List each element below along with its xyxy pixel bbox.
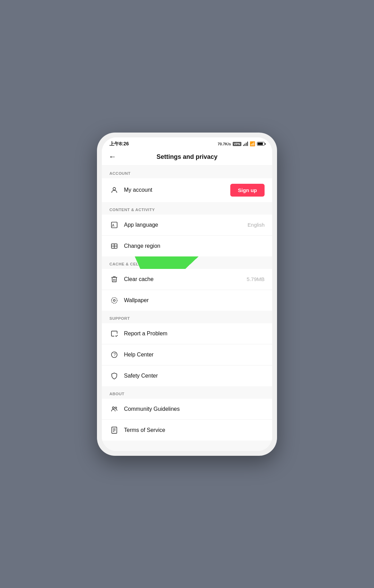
safety-icon (109, 371, 119, 381)
community-icon (109, 404, 119, 414)
svg-point-8 (112, 297, 117, 303)
menu-item-my-account[interactable]: My account Sign up (102, 178, 272, 202)
menu-item-safety-center[interactable]: Safety Center (102, 365, 272, 386)
report-icon (109, 329, 119, 338)
menu-item-change-region[interactable]: Change region (102, 236, 272, 256)
wallpaper-label: Wallpaper (124, 297, 265, 304)
app-language-label: App language (124, 222, 248, 228)
section-about: ABOUT Community Guidel (102, 386, 272, 441)
status-right: 70.7K/s VPN 📶 (217, 141, 265, 146)
phone-frame: 上午8:26 70.7K/s VPN 📶 ← Settings and priv… (97, 133, 277, 456)
menu-item-clear-cache[interactable]: Clear cache 5.79MB (102, 269, 272, 290)
section-account: ACCOUNT My account Sign up (102, 166, 272, 202)
report-problem-label: Report a Problem (124, 331, 265, 337)
content-items: A App language English (102, 215, 272, 256)
clear-cache-value: 5.79MB (247, 276, 265, 282)
region-icon (109, 241, 119, 251)
status-bar: 上午8:26 70.7K/s VPN 📶 (102, 137, 272, 149)
menu-item-help-center[interactable]: ? Help Center (102, 344, 272, 365)
menu-item-community-guidelines[interactable]: Community Guidelines (102, 399, 272, 420)
svg-point-9 (113, 299, 115, 301)
terms-icon (109, 425, 119, 435)
back-button[interactable]: ← (109, 152, 116, 161)
section-support: SUPPORT Report a Problem (102, 311, 272, 386)
svg-point-13 (115, 407, 117, 409)
menu-item-report-problem[interactable]: Report a Problem (102, 323, 272, 344)
trash-icon (109, 274, 119, 284)
header: ← Settings and privacy (102, 149, 272, 166)
person-icon (109, 185, 119, 195)
wallpaper-icon (109, 296, 119, 305)
language-icon: A (109, 220, 119, 230)
section-content-activity: CONTENT & ACTIVITY A App language Englis… (102, 202, 272, 256)
change-region-label: Change region (124, 243, 265, 249)
app-language-value: English (248, 222, 265, 228)
svg-text:?: ? (114, 352, 116, 357)
settings-content: ACCOUNT My account Sign up (102, 166, 272, 451)
battery-icon (257, 142, 265, 146)
vpn-badge: VPN (233, 142, 241, 146)
signup-button[interactable]: Sign up (230, 184, 265, 197)
account-items: My account Sign up (102, 178, 272, 202)
svg-point-2 (113, 188, 115, 190)
about-items: Community Guidelines (102, 399, 272, 441)
menu-item-app-language[interactable]: A App language English (102, 215, 272, 236)
my-account-label: My account (124, 187, 230, 193)
section-label-account: ACCOUNT (102, 166, 272, 178)
safety-center-label: Safety Center (124, 373, 265, 379)
help-icon: ? (109, 350, 119, 360)
menu-item-wallpaper[interactable]: Wallpaper (102, 290, 272, 311)
menu-item-terms-of-service[interactable]: Terms of Service (102, 420, 272, 441)
section-label-cache: CACHE & CELLULAR DATA (102, 256, 272, 269)
cache-items: Clear cache 5.79MB Wallpaper (102, 269, 272, 311)
section-label-about: ABOUT (102, 386, 272, 399)
help-center-label: Help Center (124, 352, 265, 358)
section-label-support: SUPPORT (102, 311, 272, 323)
terms-of-service-label: Terms of Service (124, 427, 265, 433)
section-label-content: CONTENT & ACTIVITY (102, 202, 272, 215)
support-items: Report a Problem ? Help Center (102, 323, 272, 386)
wifi-icon: 📶 (250, 141, 255, 146)
page-title: Settings and privacy (157, 153, 217, 161)
signal-icon (243, 142, 248, 146)
section-cache: CACHE & CELLULAR DATA (102, 256, 272, 311)
community-guidelines-label: Community Guidelines (124, 406, 265, 412)
phone-screen: 上午8:26 70.7K/s VPN 📶 ← Settings and priv… (102, 137, 272, 451)
svg-text:A: A (112, 223, 115, 227)
status-speed: 70.7K/s (217, 142, 231, 146)
status-time: 上午8:26 (109, 141, 129, 147)
clear-cache-label: Clear cache (124, 276, 247, 282)
svg-point-12 (113, 407, 115, 409)
